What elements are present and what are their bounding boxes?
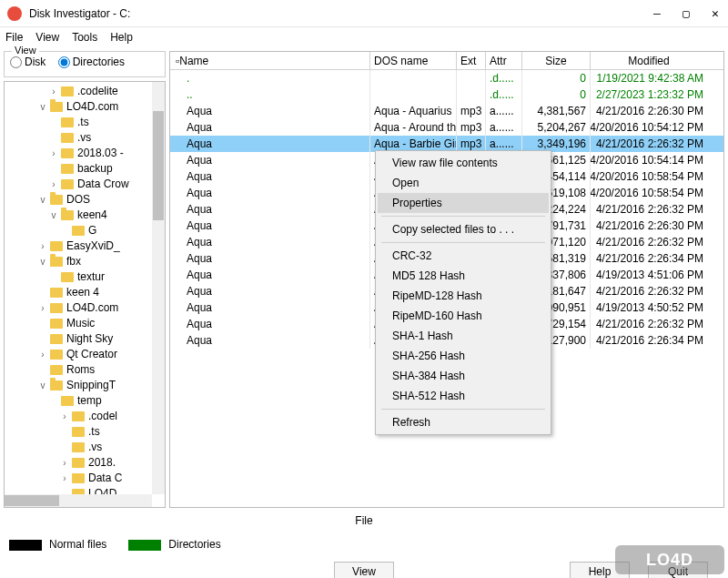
tree-item[interactable]: Night Sky	[5, 331, 165, 347]
radio-directories[interactable]: Directories	[58, 56, 125, 68]
context-menu-item[interactable]: RipeMD-128 Hash	[378, 286, 549, 306]
context-menu-item[interactable]: SHA-1 Hash	[378, 326, 549, 346]
tree-item[interactable]: ›EasyXviD_	[5, 238, 165, 254]
context-menu-item[interactable]: Refresh	[378, 412, 549, 432]
menu-view[interactable]: View	[35, 31, 59, 44]
menu-help[interactable]: Help	[110, 31, 133, 44]
cell-modified: 4/21/2016 2:26:32 PM	[591, 283, 709, 299]
folder-icon	[50, 102, 63, 112]
tree-expand-icon[interactable]: ›	[37, 241, 48, 251]
cell-size: 0	[522, 86, 591, 103]
column-header-attr[interactable]: Attr	[486, 52, 522, 69]
column-header-size[interactable]: Size	[522, 52, 591, 69]
tree-item[interactable]: vDOS	[5, 192, 165, 208]
tree-item[interactable]: .vs	[5, 440, 165, 455]
folder-icon	[61, 133, 74, 143]
menu-file[interactable]: File	[5, 31, 23, 44]
cell-dosname	[370, 70, 457, 86]
tree-item-label: keen4	[77, 208, 107, 221]
tree-item[interactable]: .vs	[5, 130, 165, 146]
column-header-name[interactable]: ▫ Name	[170, 52, 370, 69]
close-button[interactable]: ✕	[710, 6, 721, 20]
context-menu-item[interactable]: Copy selected files to . . .	[378, 219, 549, 239]
tree-expand-icon[interactable]: ›	[48, 179, 59, 189]
tree-item[interactable]: vSnippingT	[5, 378, 165, 393]
folder-icon	[72, 411, 85, 421]
tree-item[interactable]: vLO4D.com	[5, 99, 165, 115]
view-button[interactable]: View	[334, 562, 394, 578]
tree-expand-icon[interactable]: ›	[48, 86, 59, 96]
context-menu-item[interactable]: Properties	[378, 193, 549, 213]
tree-item[interactable]: vfbx	[5, 254, 165, 269]
cell-modified: 4/20/2016 10:54:14 PM	[591, 152, 709, 168]
tree-expand-icon[interactable]: v	[37, 257, 48, 267]
folder-icon	[61, 396, 74, 406]
radio-disk[interactable]: Disk	[10, 56, 46, 68]
folder-icon	[61, 210, 74, 220]
table-row[interactable]: AquaAqua - Aquariusmp3a......4,381,5674/…	[170, 103, 723, 119]
tree-expand-icon[interactable]: v	[37, 195, 48, 205]
context-menu-item[interactable]: MD5 128 Hash	[378, 266, 549, 286]
file-list[interactable]: ▫ Name DOS name Ext Attr Size Modified .…	[169, 51, 724, 508]
cell-name: .	[170, 70, 370, 86]
context-menu-item[interactable]: SHA-256 Hash	[378, 346, 549, 366]
tree-item[interactable]: backup	[5, 161, 165, 177]
tree-expand-icon[interactable]: ›	[37, 350, 48, 360]
folder-icon	[61, 117, 74, 127]
context-menu-item[interactable]: SHA-512 Hash	[378, 386, 549, 406]
cell-attr: .d.....	[486, 70, 522, 86]
tree-expand-icon[interactable]: ›	[59, 411, 70, 421]
tree-expand-icon[interactable]: ›	[37, 303, 48, 313]
cell-modified: 4/21/2016 2:26:32 PM	[591, 201, 709, 218]
tree-item[interactable]: .ts	[5, 424, 165, 440]
cell-attr: .d.....	[486, 86, 522, 103]
table-row[interactable]: ...d.....02/27/2023 1:23:32 PM	[170, 86, 723, 103]
table-row[interactable]: AquaAqua - Around themp3a......5,204,267…	[170, 119, 723, 136]
cell-attr: a......	[486, 103, 522, 119]
maximize-button[interactable]: ▢	[681, 6, 692, 20]
table-row[interactable]: ..d.....01/19/2021 9:42:38 AM	[170, 70, 723, 86]
tree-item[interactable]: Music	[5, 316, 165, 331]
tree-item[interactable]: keen 4	[5, 285, 165, 300]
tree-item[interactable]: ›Data Crow	[5, 177, 165, 192]
context-menu-item[interactable]: RipeMD-160 Hash	[378, 306, 549, 326]
tree-vertical-scrollbar[interactable]	[152, 82, 165, 495]
context-menu-item[interactable]: CRC-32	[378, 246, 549, 266]
tree-item[interactable]: .ts	[5, 115, 165, 130]
context-menu-item[interactable]: View raw file contents	[378, 153, 549, 173]
tree-expand-icon[interactable]: v	[37, 380, 48, 390]
tree-item-label: keen 4	[66, 286, 99, 299]
tree-expand-icon[interactable]: ›	[59, 458, 70, 468]
tree-expand-icon[interactable]: ›	[48, 148, 59, 158]
tree-item[interactable]: ›.codel	[5, 409, 165, 424]
minimize-button[interactable]: —	[652, 6, 662, 20]
cell-dosname: Aqua - Around the	[370, 119, 457, 136]
tree-expand-icon[interactable]: v	[48, 210, 59, 220]
tree-expand-icon[interactable]: v	[37, 102, 48, 112]
tree-item-label: temp	[77, 394, 102, 407]
folder-tree[interactable]: ›.codelitevLO4D.com.ts.vs›2018.03 -backu…	[4, 81, 166, 509]
tree-item[interactable]: ›2018.	[5, 455, 165, 471]
tree-item[interactable]: textur	[5, 269, 165, 285]
column-header-ext[interactable]: Ext	[457, 52, 486, 69]
context-menu-item[interactable]: SHA-384 Hash	[378, 366, 549, 386]
column-header-dosname[interactable]: DOS name	[370, 52, 457, 69]
menu-tools[interactable]: Tools	[72, 31, 97, 44]
tree-item[interactable]: ›.codelite	[5, 84, 165, 99]
tree-item[interactable]: LO4D.	[5, 486, 165, 495]
column-header-modified[interactable]: Modified	[591, 52, 709, 69]
tree-item[interactable]: G	[5, 223, 165, 238]
tree-item-label: Qt Creator	[66, 348, 117, 360]
tree-item[interactable]: Roms	[5, 362, 165, 378]
tree-item[interactable]: ›LO4D.com	[5, 300, 165, 316]
tree-item[interactable]: ›Qt Creator	[5, 347, 165, 362]
tree-item[interactable]: vkeen4	[5, 208, 165, 223]
cell-attr: a......	[486, 119, 522, 136]
folder-icon	[50, 334, 63, 344]
tree-horizontal-scrollbar[interactable]	[5, 494, 152, 507]
context-menu-item[interactable]: Open	[378, 173, 549, 193]
tree-item[interactable]: ›2018.03 -	[5, 146, 165, 161]
tree-expand-icon[interactable]: ›	[59, 473, 70, 483]
tree-item[interactable]: ›Data C	[5, 471, 165, 486]
tree-item[interactable]: temp	[5, 393, 165, 409]
